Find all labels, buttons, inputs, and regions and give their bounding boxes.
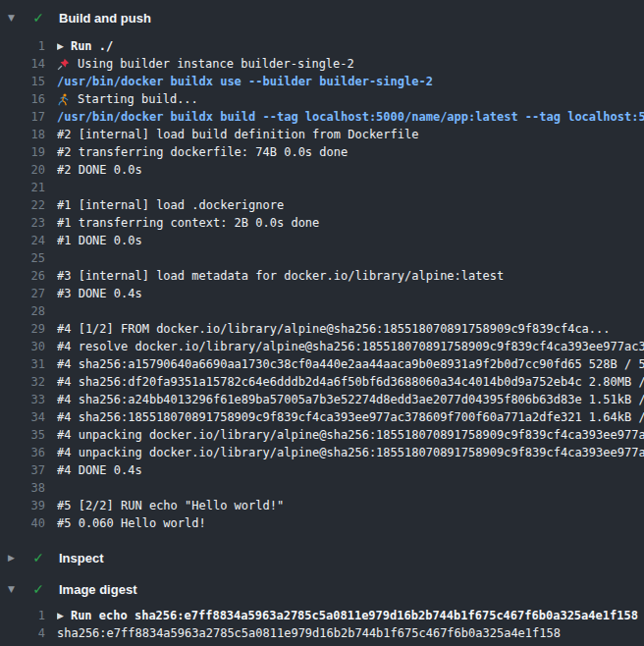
line-number[interactable]: 26: [0, 267, 45, 285]
line-text: [57, 302, 644, 320]
log-line: 26 #3 [internal] load metadata for docke…: [0, 267, 644, 285]
line-text: /usr/bin/docker buildx build --tag local…: [57, 108, 644, 126]
line-text: /usr/bin/docker buildx use --builder bui…: [57, 73, 644, 90]
line-number[interactable]: 37: [0, 461, 45, 479]
line-number[interactable]: 33: [0, 391, 45, 408]
section-header[interactable]: ▶ ✓ Inspect: [0, 542, 644, 573]
line-number[interactable]: 32: [0, 373, 45, 391]
success-check-icon: ✓: [29, 10, 47, 26]
success-check-icon: ✓: [29, 581, 47, 597]
log-line: 24 #1 DONE 0.0s: [0, 232, 644, 249]
section-image-digest: ▼ ✓ Image digest 1 ▶Run echo sha256:e7ff…: [0, 573, 644, 646]
line-text: #2 [internal] load build definition from…: [57, 126, 644, 143]
line-text: #4 sha256:df20fa9351a15782c64e6dddb2d4a6…: [57, 373, 644, 391]
log-line: 1 ▶Run echo sha256:e7ff8834a5963a2785c5a…: [0, 607, 644, 624]
line-number[interactable]: 36: [0, 444, 45, 461]
log-line: 31 #4 sha256:a15790640a6690aa1730c38cf0a…: [0, 355, 644, 373]
log-line: 39 #5 [2/2] RUN echo "Hello world!": [0, 497, 644, 514]
line-number[interactable]: 29: [0, 320, 45, 338]
log-line: 27 #3 DONE 0.4s: [0, 285, 644, 302]
line-number[interactable]: 4: [0, 624, 45, 642]
log-line: 32 #4 sha256:df20fa9351a15782c64e6dddb2d…: [0, 373, 644, 391]
line-text: #1 DONE 0.0s: [57, 232, 644, 249]
log-line: 1 ▶Run ./: [0, 37, 644, 55]
section-toggle-icon: ▼: [8, 13, 24, 23]
line-text: #4 unpacking docker.io/library/alpine@sh…: [57, 444, 644, 461]
log-line: 38: [0, 479, 644, 497]
section-title: Build and push: [59, 11, 151, 26]
line-text: [57, 179, 644, 196]
line-text: [57, 249, 644, 267]
line-number[interactable]: 17: [0, 108, 45, 126]
log-line: 35 #4 unpacking docker.io/library/alpine…: [0, 426, 644, 444]
line-number[interactable]: 38: [0, 479, 45, 497]
runner-icon: [57, 93, 70, 106]
line-text: #3 [internal] load metadata for docker.i…: [57, 267, 644, 285]
line-text: #4 unpacking docker.io/library/alpine@sh…: [57, 426, 644, 444]
log-line: 16 Starting build...: [0, 90, 644, 108]
section-build-and-push: ▼ ✓ Build and push 1 ▶Run ./ 14 Using bu…: [0, 0, 644, 542]
log-line: 21: [0, 179, 644, 196]
section-inspect: ▶ ✓ Inspect: [0, 542, 644, 573]
log-line: 15 /usr/bin/docker buildx use --builder …: [0, 73, 644, 90]
line-text: #4 sha256:185518070891758909c9f839cf4ca3…: [57, 408, 644, 426]
log-line: 18 #2 [internal] load build definition f…: [0, 126, 644, 143]
line-number[interactable]: 31: [0, 355, 45, 373]
line-text: #4 [1/2] FROM docker.io/library/alpine@s…: [57, 320, 644, 338]
section-toggle-icon: ▶: [8, 553, 24, 563]
pushpin-icon: [57, 58, 70, 71]
workflow-log: ▼ ✓ Build and push 1 ▶Run ./ 14 Using bu…: [0, 0, 644, 646]
line-number[interactable]: 34: [0, 408, 45, 426]
line-text: #1 [internal] load .dockerignore: [57, 196, 644, 214]
log-line: 14 Using builder instance builder-single…: [0, 55, 644, 73]
line-number[interactable]: 24: [0, 232, 45, 249]
log-line: 19 #2 transferring dockerfile: 74B 0.0s …: [0, 143, 644, 161]
line-text: #2 transferring dockerfile: 74B 0.0s don…: [57, 143, 644, 161]
line-number[interactable]: 19: [0, 143, 45, 161]
line-number[interactable]: 39: [0, 497, 45, 514]
line-number[interactable]: 28: [0, 302, 45, 320]
section-body: 1 ▶Run echo sha256:e7ff8834a5963a2785c5a…: [0, 605, 644, 646]
line-number[interactable]: 1: [0, 37, 45, 55]
section-title: Image digest: [59, 582, 136, 597]
run-expand-icon[interactable]: ▶: [57, 607, 64, 624]
line-number[interactable]: 14: [0, 55, 45, 73]
line-number[interactable]: 22: [0, 196, 45, 214]
line-text: #5 0.060 Hello world!: [57, 514, 644, 532]
line-text: #4 sha256:a15790640a6690aa1730c38cf0a440…: [57, 355, 644, 373]
line-text: [57, 479, 644, 497]
line-text: #1 transferring context: 2B 0.0s done: [57, 214, 644, 232]
log-line: 25: [0, 249, 644, 267]
log-line: 37 #4 DONE 0.4s: [0, 461, 644, 479]
line-text: #5 [2/2] RUN echo "Hello world!": [57, 497, 644, 514]
success-check-icon: ✓: [29, 550, 47, 565]
section-header[interactable]: ▼ ✓ Image digest: [0, 573, 644, 605]
log-line: 36 #4 unpacking docker.io/library/alpine…: [0, 444, 644, 461]
line-text: #3 DONE 0.4s: [57, 285, 644, 302]
section-header[interactable]: ▼ ✓ Build and push: [0, 0, 644, 35]
line-text: #2 DONE 0.0s: [57, 161, 644, 179]
log-line: 23 #1 transferring context: 2B 0.0s done: [0, 214, 644, 232]
line-number[interactable]: 30: [0, 338, 45, 355]
line-text: #4 resolve docker.io/library/alpine@sha2…: [57, 338, 644, 355]
line-number[interactable]: 27: [0, 285, 45, 302]
line-number[interactable]: 16: [0, 90, 45, 108]
line-number[interactable]: 15: [0, 73, 45, 90]
run-expand-icon[interactable]: ▶: [57, 37, 64, 55]
line-text: ▶Run ./: [57, 37, 644, 55]
line-number[interactable]: 35: [0, 426, 45, 444]
line-number[interactable]: 23: [0, 214, 45, 232]
line-number[interactable]: 21: [0, 179, 45, 196]
line-number[interactable]: 20: [0, 161, 45, 179]
line-text: Starting build...: [57, 90, 644, 108]
line-text: sha256:e7ff8834a5963a2785c5a0811e979d16b…: [57, 624, 644, 642]
log-line: 4 sha256:e7ff8834a5963a2785c5a0811e979d1…: [0, 624, 644, 642]
log-line: 22 #1 [internal] load .dockerignore: [0, 196, 644, 214]
line-number[interactable]: 1: [0, 607, 45, 624]
line-number[interactable]: 18: [0, 126, 45, 143]
log-line: 34 #4 sha256:185518070891758909c9f839cf4…: [0, 408, 644, 426]
log-line: 28: [0, 302, 644, 320]
line-text: #4 DONE 0.4s: [57, 461, 644, 479]
line-number[interactable]: 40: [0, 514, 45, 532]
line-number[interactable]: 25: [0, 249, 45, 267]
